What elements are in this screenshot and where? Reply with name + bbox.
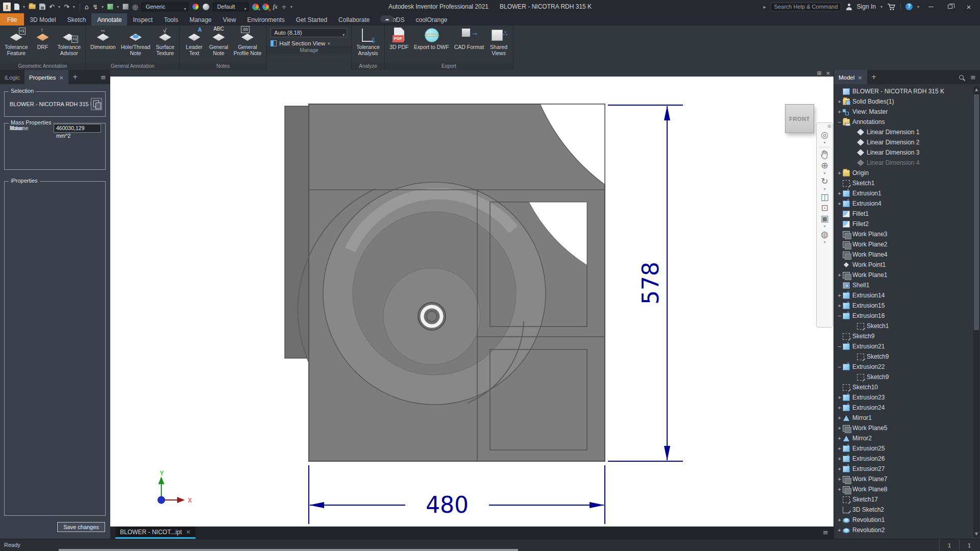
- ribbon-button[interactable]: Leader Text: [182, 27, 206, 62]
- tree-expand-toggle[interactable]: +: [836, 303, 843, 309]
- tree-item[interactable]: + Extrusion24: [834, 403, 973, 413]
- tree-expand-toggle[interactable]: +: [836, 445, 843, 452]
- tree-item[interactable]: + Extrusion27: [834, 464, 973, 474]
- tree-item[interactable]: Work Point1: [834, 260, 973, 270]
- tree-expand-toggle[interactable]: +: [836, 527, 843, 534]
- zoom-window-icon[interactable]: ⊡: [821, 203, 828, 213]
- help-icon[interactable]: ?: [905, 3, 913, 10]
- scroll-up-icon[interactable]: ▲: [973, 87, 979, 92]
- customize-plus-icon[interactable]: +: [281, 4, 287, 10]
- material-dropdown-icon[interactable]: ▾: [117, 5, 119, 9]
- save-changes-button[interactable]: Save changes: [57, 522, 105, 532]
- ribbon-button[interactable]: General Note: [207, 27, 230, 62]
- ribbon-tab[interactable]: Annotate: [91, 13, 127, 26]
- tree-expand-toggle[interactable]: +: [836, 456, 843, 462]
- browser-menu-icon[interactable]: ≡: [970, 73, 976, 81]
- color-wheel-icon[interactable]: [192, 3, 199, 10]
- ribbon-button[interactable]: Tolerance Advisor: [56, 27, 83, 62]
- tree-item[interactable]: − Annotations: [834, 117, 973, 127]
- sign-in-button[interactable]: Sign In: [857, 3, 876, 10]
- ribbon-tab[interactable]: 3D Model: [24, 13, 61, 26]
- tree-expand-toggle[interactable]: +: [836, 109, 843, 115]
- add-browser-tab-button[interactable]: +: [867, 70, 881, 84]
- view-face-dropdown-icon[interactable]: ▾: [823, 224, 825, 229]
- tree-item[interactable]: + Revolution1: [834, 515, 973, 525]
- help-dropdown-icon[interactable]: ▾: [917, 5, 919, 9]
- panel-menu-icon[interactable]: ≡: [101, 73, 106, 81]
- new-file-dropdown-icon[interactable]: ▾: [23, 5, 25, 9]
- tree-item[interactable]: Linear Dimension 2: [834, 137, 973, 147]
- zoom-icon[interactable]: ⊕: [821, 161, 828, 170]
- tree-item[interactable]: Sketch1: [834, 321, 973, 331]
- tree-item[interactable]: + Mirror2: [834, 433, 973, 443]
- tree-item[interactable]: Sketch17: [834, 494, 973, 505]
- redo-dropdown-icon[interactable]: ▾: [73, 5, 75, 9]
- tree-item[interactable]: − Extrusion21: [834, 341, 973, 352]
- dimension-style-combo[interactable]: Auto (8,18)▾: [271, 28, 347, 37]
- tree-expand-toggle[interactable]: +: [836, 435, 843, 442]
- tree-expand-toggle[interactable]: +: [836, 272, 843, 279]
- horizontal-dimension-text[interactable]: 480: [426, 492, 469, 518]
- visual-style-icon[interactable]: ◍: [821, 230, 828, 239]
- tree-item[interactable]: + Extrusion26: [834, 454, 973, 464]
- tree-item[interactable]: Linear Dimension 1: [834, 127, 973, 137]
- tree-item[interactable]: + Revolution2: [834, 525, 973, 535]
- help-search-input[interactable]: [771, 3, 841, 11]
- ribbon-button[interactable]: Tolerance Analysis: [354, 27, 382, 62]
- half-section-view-control[interactable]: Half Section View ▾: [271, 40, 347, 46]
- tab-close-icon[interactable]: ×: [59, 74, 63, 81]
- copy-properties-button[interactable]: [91, 98, 102, 110]
- model-viewport[interactable]: 578 480 FRONT ⊗ ◎ ▾: [110, 77, 834, 527]
- tree-item[interactable]: + Work Plane8: [834, 484, 973, 494]
- minimize-button[interactable]: [924, 0, 938, 13]
- parameters-fx-icon[interactable]: fx: [273, 3, 277, 11]
- tree-item[interactable]: + Extrusion25: [834, 443, 973, 454]
- tree-item[interactable]: Sketch10: [834, 382, 973, 392]
- open-file-icon[interactable]: [29, 4, 36, 9]
- adjust-appearance-icon[interactable]: [252, 4, 259, 10]
- tree-item[interactable]: 3D Sketch2: [834, 505, 973, 515]
- appearance-sphere-icon[interactable]: [203, 4, 209, 10]
- tree-item[interactable]: Fillet2: [834, 219, 973, 229]
- tree-expand-toggle[interactable]: +: [836, 292, 843, 299]
- vertical-dimension-text[interactable]: 578: [638, 262, 664, 305]
- tree-expand-toggle[interactable]: +: [836, 394, 843, 401]
- tree-item[interactable]: Work Plane4: [834, 249, 973, 260]
- clear-appearance-icon[interactable]: [262, 4, 269, 10]
- orbit-icon[interactable]: ↻: [821, 177, 828, 186]
- add-panel-tab-button[interactable]: +: [68, 70, 82, 84]
- ribbon-button[interactable]: Tolerance Feature: [3, 27, 30, 62]
- tree-item[interactable]: + Extrusion23: [834, 392, 973, 403]
- tree-expand-toggle[interactable]: −: [836, 343, 843, 350]
- tree-expand-toggle[interactable]: +: [836, 201, 843, 207]
- ribbon-tab[interactable]: Environments: [241, 13, 290, 26]
- document-bar-menu-icon[interactable]: ≡: [823, 529, 828, 536]
- tab-properties[interactable]: Properties ×: [24, 70, 68, 84]
- tree-expand-toggle[interactable]: −: [836, 313, 843, 319]
- store-cart-icon[interactable]: [887, 3, 896, 11]
- tree-item[interactable]: Linear Dimension 3: [834, 147, 973, 158]
- ribbon-button[interactable]: Surface Texture: [153, 27, 177, 62]
- orbit-dropdown-icon[interactable]: ▾: [823, 187, 825, 191]
- toolbar-customize-dropdown-icon[interactable]: ▾: [290, 5, 292, 9]
- mass-property-field[interactable]: 460030,129 mm^2: [54, 124, 101, 133]
- tree-item[interactable]: Sketch9: [834, 352, 973, 362]
- tree-expand-toggle[interactable]: +: [836, 98, 843, 105]
- tree-item[interactable]: + Solid Bodies(1): [834, 96, 973, 107]
- ribbon-tab[interactable]: Inspect: [127, 13, 158, 26]
- ribbon-tab[interactable]: Manage: [184, 13, 217, 26]
- tree-expand-toggle[interactable]: +: [836, 405, 843, 411]
- tree-item[interactable]: + Work Plane5: [834, 423, 973, 433]
- ribbon-tab[interactable]: coolOrange: [410, 13, 453, 26]
- tree-item[interactable]: BLOWER - NICOTRA RDH 315 K: [834, 86, 973, 96]
- save-icon[interactable]: [39, 4, 45, 10]
- ribbon-tab[interactable]: File: [0, 13, 24, 26]
- tab-ilogic[interactable]: iLogic: [0, 70, 24, 84]
- ribbon-button[interactable]: Hole/Thread Note: [119, 27, 153, 62]
- tree-item[interactable]: − Extrusion22: [834, 362, 973, 372]
- material-combo[interactable]: Generic▾: [141, 3, 188, 11]
- tree-item[interactable]: + Extrusion1: [834, 188, 973, 198]
- zoom-dropdown-icon[interactable]: ▾: [823, 171, 825, 176]
- quick-sketch-icon[interactable]: ↯: [92, 4, 98, 10]
- tree-item[interactable]: Sketch9: [834, 331, 973, 341]
